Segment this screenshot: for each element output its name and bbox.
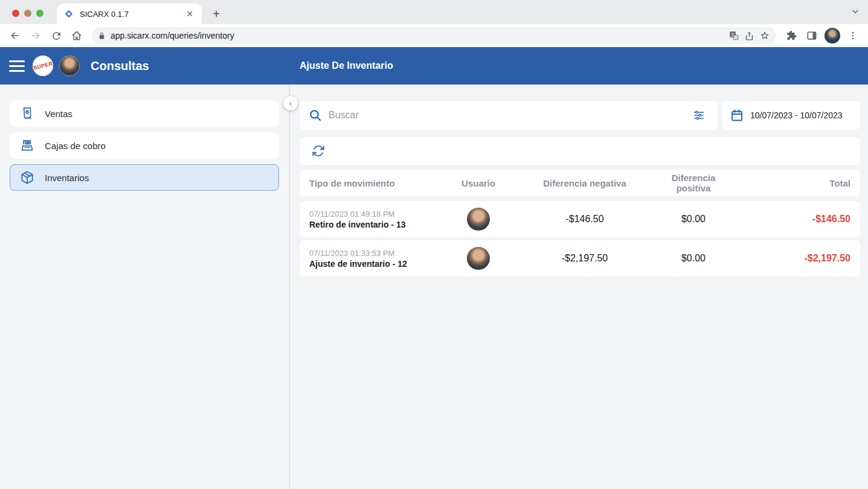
table-row[interactable]: 07/11/2023 01:33:53 PM Ajuste de inventa…: [300, 240, 860, 276]
column-header-positiva: Diferencia positiva: [657, 173, 730, 193]
receipt-icon: [19, 106, 35, 121]
section-title: Ajuste De Inventario: [300, 60, 393, 71]
address-bar[interactable]: app.sicarx.com/queries/inventory 文G: [92, 27, 776, 44]
filter-sliders-icon[interactable]: [689, 105, 709, 126]
browser-toolbar: app.sicarx.com/queries/inventory 文G: [0, 24, 868, 47]
cash-register-icon: [19, 138, 35, 153]
app-header-right: Ajuste De Inventario: [290, 47, 868, 85]
sidebar-item-label: Inventarios: [45, 173, 89, 183]
package-box-icon: [19, 170, 35, 185]
movement-timestamp: 07/11/2023 01:49:18 PM: [309, 209, 445, 219]
sidebar: Ventas Cajas de cobro Inventarios: [0, 85, 290, 489]
extensions-icon[interactable]: [782, 27, 800, 45]
user-cell: [445, 208, 512, 231]
svg-text:G: G: [735, 36, 738, 39]
lock-icon[interactable]: [98, 32, 106, 40]
translate-icon[interactable]: 文G: [728, 30, 739, 41]
browser-menu-kebab-icon[interactable]: [844, 27, 862, 45]
tab-close-icon[interactable]: ✕: [185, 9, 194, 19]
positive-difference-value: $0.00: [657, 214, 730, 225]
total-value: -$2,197.50: [730, 253, 850, 264]
share-icon[interactable]: [744, 31, 754, 41]
forward-button[interactable]: [27, 27, 45, 45]
search-input[interactable]: [329, 110, 683, 121]
negative-difference-value: -$2,197.50: [512, 253, 657, 264]
sidebar-item-label: Cajas de cobro: [45, 141, 106, 151]
date-range-text: 10/07/2023 - 10/07/2023: [750, 110, 843, 120]
url-text: app.sicarx.com/queries/inventory: [111, 31, 724, 40]
total-value: -$146.50: [730, 214, 850, 225]
positive-difference-value: $0.00: [657, 253, 730, 264]
sidebar-collapse-button[interactable]: ‹: [283, 96, 298, 110]
column-header-usuario: Usuario: [445, 178, 512, 188]
user-cell: [445, 247, 512, 270]
sidebar-item-cajas-de-cobro[interactable]: Cajas de cobro: [10, 132, 279, 159]
calendar-icon: [730, 108, 744, 123]
bookmark-star-icon[interactable]: [759, 30, 770, 41]
tab-strip-chevron-icon[interactable]: [851, 7, 860, 16]
tab-strip: SICARX 0.1.7 ✕ +: [0, 0, 868, 24]
filter-row: 10/07/2023 - 10/07/2023: [300, 101, 860, 130]
store-logo-text: SUPER: [33, 60, 53, 71]
column-header-tipo: Tipo de movimiento: [309, 178, 445, 188]
close-window-button[interactable]: [12, 10, 19, 17]
table-row[interactable]: 07/11/2023 01:49:18 PM Retiro de inventa…: [300, 201, 860, 237]
profile-avatar-image: [825, 28, 840, 43]
tab-title: SICARX 0.1.7: [80, 10, 179, 19]
movement-name: Retiro de inventario - 13: [309, 220, 445, 229]
sidebar-item-inventarios[interactable]: Inventarios: [10, 164, 279, 191]
profile-avatar[interactable]: [823, 27, 841, 45]
page-title: Consultas: [91, 59, 149, 73]
app-header: SUPER Consultas Ajuste De Inventario: [0, 47, 868, 85]
row-user-avatar: [467, 247, 490, 270]
movement-timestamp: 07/11/2023 01:33:53 PM: [309, 249, 445, 258]
movement-cell: 07/11/2023 01:49:18 PM Retiro de inventa…: [309, 209, 445, 229]
negative-difference-value: -$146.50: [512, 214, 657, 225]
column-header-total: Total: [730, 178, 850, 188]
date-range-picker[interactable]: 10/07/2023 - 10/07/2023: [722, 101, 860, 130]
row-user-avatar: [467, 208, 490, 231]
reload-button[interactable]: [47, 27, 65, 45]
table-header-row: Tipo de movimiento Usuario Diferencia ne…: [300, 170, 860, 196]
browser-tab[interactable]: SICARX 0.1.7 ✕: [57, 4, 202, 24]
store-logo: SUPER: [33, 56, 53, 76]
movement-cell: 07/11/2023 01:33:53 PM Ajuste de inventa…: [309, 249, 445, 269]
sidebar-item-label: Ventas: [45, 109, 72, 119]
movement-name: Ajuste de inventario - 12: [309, 259, 445, 269]
new-tab-button[interactable]: +: [208, 5, 225, 22]
user-avatar[interactable]: [59, 56, 80, 76]
side-panel-icon[interactable]: [803, 27, 821, 45]
main-content: 10/07/2023 - 10/07/2023 Tipo de movimien…: [290, 85, 868, 489]
column-header-negativa: Diferencia negativa: [512, 178, 657, 188]
app-body: ‹ Ventas Cajas de cobro Inventarios: [0, 85, 868, 489]
hamburger-menu-icon[interactable]: [7, 56, 27, 75]
tab-favicon-diamond-icon: [64, 9, 74, 19]
app-header-left: SUPER Consultas: [0, 47, 290, 85]
home-button[interactable]: [68, 27, 86, 45]
minimize-window-button[interactable]: [24, 10, 31, 17]
search-card: [300, 101, 718, 130]
zoom-window-button[interactable]: [36, 10, 43, 17]
search-icon: [308, 108, 323, 123]
refresh-icon[interactable]: [309, 142, 327, 160]
table-actions-bar: [300, 137, 860, 165]
traffic-lights: [12, 10, 43, 17]
back-button[interactable]: [6, 27, 24, 45]
sidebar-item-ventas[interactable]: Ventas: [10, 100, 279, 127]
